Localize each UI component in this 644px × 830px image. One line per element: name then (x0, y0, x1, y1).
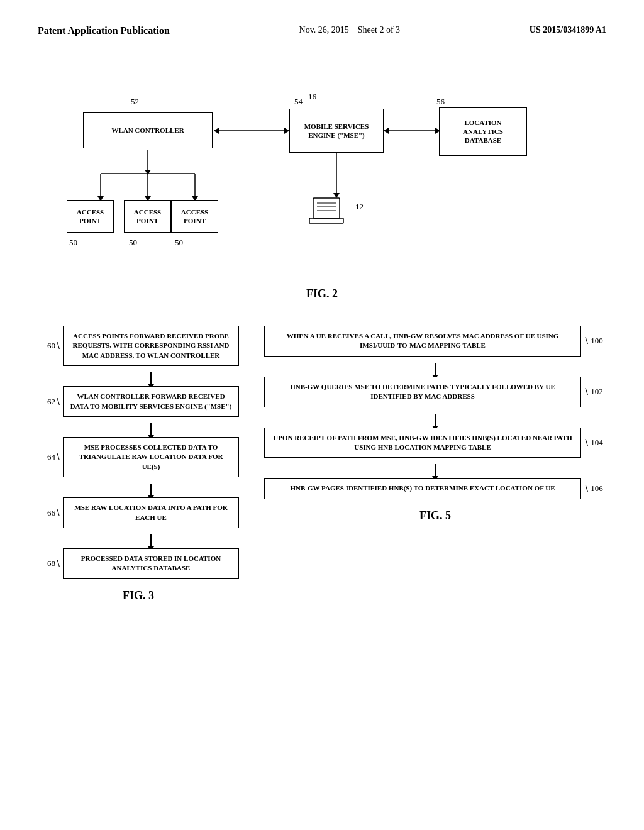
fig3-arrow1 (63, 371, 239, 386)
fig3-ref64: 64∖ (38, 452, 60, 462)
fig3-box60-wrap: ACCESS POINTS FORWARD RECEIVED PROBE REQ… (63, 326, 239, 366)
access-point-1-box: ACCESS POINT (67, 200, 114, 233)
fig5-box106: HNB-GW PAGES IDENTIFIED HNB(S) TO DETERM… (264, 478, 581, 499)
wlan-controller-box: WLAN CONTROLLER (83, 112, 213, 148)
ref50c-label: 50 (175, 238, 183, 248)
fig5-ref102: ∖ 102 (584, 387, 606, 397)
fig5-arrow3 (264, 463, 606, 478)
svg-marker-13 (384, 128, 389, 134)
fig5-arrow1-line (435, 363, 436, 375)
fig5-box106-wrap: HNB-GW PAGES IDENTIFIED HNB(S) TO DETERM… (264, 478, 581, 499)
fig3-ref62: 62∖ (38, 397, 60, 407)
fig3-arrow4 (63, 533, 239, 548)
fig5-ref104: ∖ 104 (584, 438, 606, 448)
ref54-label: 54 (294, 97, 303, 107)
svg-rect-18 (309, 218, 343, 223)
fig5-arrow1 (264, 362, 606, 377)
header: Patent Application Publication Nov. 26, … (38, 25, 606, 36)
fig5-arrow2-line (435, 414, 436, 426)
ref16-label: 16 (308, 92, 316, 102)
fig5-box102-wrap: HNB-GW QUERIES MSE TO DETERMINE PATHS TY… (264, 377, 581, 407)
fig3-arrow4-line (150, 534, 152, 547)
fig3-step-66: 66∖ MSE RAW LOCATION DATA INTO A PATH FO… (38, 497, 239, 528)
fig5-label: FIG. 5 (264, 509, 606, 523)
device-icon: 12 (308, 197, 352, 235)
fig3-ref68: 68∖ (38, 558, 60, 568)
fig3-box66-wrap: MSE RAW LOCATION DATA INTO A PATH FOR EA… (63, 497, 239, 528)
fig5-ref100: ∖ 100 (584, 336, 606, 346)
fig5-box104: UPON RECEIPT OF PATH FROM MSE, HNB-GW ID… (264, 428, 581, 458)
svg-rect-17 (313, 198, 340, 218)
fig5-step-100: WHEN A UE RECEIVES A CALL, HNB-GW RESOLV… (264, 326, 606, 357)
fig3-fig5-area: 60∖ ACCESS POINTS FORWARD RECEIVED PROBE… (38, 326, 606, 602)
ref52-label: 52 (131, 97, 139, 107)
header-pub-number: US 2015/0341899 A1 (530, 25, 606, 35)
fig3-arrow3-line (150, 484, 152, 496)
device-svg (308, 197, 352, 235)
ref56-label: 56 (436, 97, 445, 107)
access-point-3-box: ACCESS POINT (171, 200, 218, 233)
mse-box: MOBILE SERVICES ENGINE ("MSE") (289, 109, 384, 153)
fig5-step-104: UPON RECEIPT OF PATH FROM MSE, HNB-GW ID… (264, 428, 606, 458)
ref12-label: 12 (355, 202, 364, 212)
fig5-container: WHEN A UE RECEIVES A CALL, HNB-GW RESOLV… (264, 326, 606, 602)
fig3-arrow1-line (150, 372, 152, 385)
fig2-label: FIG. 2 (38, 287, 606, 301)
fig3-box64-wrap: MSE PROCESSES COLLECTED DATA TO TRIANGUL… (63, 437, 239, 477)
fig3-step-68: 68∖ PROCESSED DATA STORED IN LOCATION AN… (38, 548, 239, 579)
fig3-box68-wrap: PROCESSED DATA STORED IN LOCATION ANALYT… (63, 548, 239, 579)
fig5-box100-wrap: WHEN A UE RECEIVES A CALL, HNB-GW RESOLV… (264, 326, 581, 357)
fig3-box64: MSE PROCESSES COLLECTED DATA TO TRIANGUL… (63, 437, 239, 477)
fig3-box66: MSE RAW LOCATION DATA INTO A PATH FOR EA… (63, 497, 239, 528)
header-date: Nov. 26, 2015 (299, 25, 349, 35)
fig5-step-102: HNB-GW QUERIES MSE TO DETERMINE PATHS TY… (264, 377, 606, 407)
ref50a-label: 50 (69, 238, 77, 248)
fig3-step-62: 62∖ WLAN CONTROLLER FORWARD RECEIVED DAT… (38, 386, 239, 417)
fig5-box100: WHEN A UE RECEIVES A CALL, HNB-GW RESOLV… (264, 326, 581, 357)
fig3-box62: WLAN CONTROLLER FORWARD RECEIVED DATA TO… (63, 386, 239, 417)
fig2-diagram: 16 52 54 56 WLAN CONTROLLER MOBILE SERVI… (38, 74, 606, 301)
svg-marker-10 (214, 128, 219, 134)
header-center: Nov. 26, 2015 Sheet 2 of 3 (299, 25, 400, 35)
page: Patent Application Publication Nov. 26, … (0, 0, 644, 830)
fig3-arrow3 (63, 482, 239, 497)
fig3-box68: PROCESSED DATA STORED IN LOCATION ANALYT… (63, 548, 239, 579)
svg-marker-11 (284, 128, 289, 134)
fig5-box104-wrap: UPON RECEIPT OF PATH FROM MSE, HNB-GW ID… (264, 428, 581, 458)
fig5-arrow3-line (435, 464, 436, 477)
location-analytics-box: LOCATION ANALYTICS DATABASE (439, 107, 527, 156)
header-title: Patent Application Publication (38, 25, 170, 36)
header-sheet: Sheet 2 of 3 (358, 25, 400, 35)
fig3-step-60: 60∖ ACCESS POINTS FORWARD RECEIVED PROBE… (38, 326, 239, 366)
fig3-box60: ACCESS POINTS FORWARD RECEIVED PROBE REQ… (63, 326, 239, 366)
fig3-ref60: 60∖ (38, 341, 60, 351)
fig5-ref106: ∖ 106 (584, 484, 606, 494)
fig3-container: 60∖ ACCESS POINTS FORWARD RECEIVED PROBE… (38, 326, 239, 602)
fig3-arrow2-line (150, 423, 152, 436)
fig3-arrow2 (63, 422, 239, 437)
fig3-step-64: 64∖ MSE PROCESSES COLLECTED DATA TO TRIA… (38, 437, 239, 477)
access-point-2-box: ACCESS POINT (124, 200, 171, 233)
fig5-box102: HNB-GW QUERIES MSE TO DETERMINE PATHS TY… (264, 377, 581, 407)
svg-marker-1 (145, 170, 151, 175)
fig3-box62-wrap: WLAN CONTROLLER FORWARD RECEIVED DATA TO… (63, 386, 239, 417)
fig5-step-106: HNB-GW PAGES IDENTIFIED HNB(S) TO DETERM… (264, 478, 606, 499)
fig3-label: FIG. 3 (38, 589, 239, 602)
fig3-ref66: 66∖ (38, 508, 60, 518)
fig5-arrow2 (264, 412, 606, 428)
ref50b-label: 50 (129, 238, 137, 248)
